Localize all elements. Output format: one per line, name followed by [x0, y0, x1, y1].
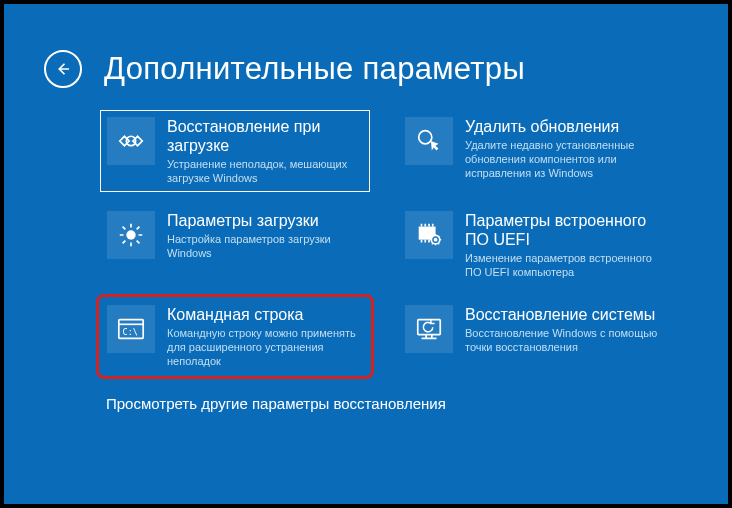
tile-title: Восстановление при загрузке — [167, 117, 363, 155]
tile-uefi-settings[interactable]: Параметры встроенного ПО UEFI Изменение … — [398, 204, 668, 286]
svg-point-1 — [126, 230, 135, 239]
tile-title: Командная строка — [167, 305, 363, 324]
tile-command-prompt[interactable]: C:\ Командная строка Командную строку мо… — [100, 298, 370, 375]
uefi-firmware-icon — [405, 211, 453, 259]
back-button[interactable] — [44, 50, 82, 88]
tile-title: Параметры загрузки — [167, 211, 363, 230]
tile-desc: Настройка параметров загрузки Windows — [167, 232, 363, 260]
uninstall-updates-icon — [405, 117, 453, 165]
tile-desc: Изменение параметров встроенного ПО UEFI… — [465, 251, 661, 279]
tile-desc: Устранение неполадок, мешающих загрузке … — [167, 157, 363, 185]
startup-repair-icon — [107, 117, 155, 165]
startup-settings-icon — [107, 211, 155, 259]
tile-uninstall-updates[interactable]: Удалить обновления Удалите недавно устан… — [398, 110, 668, 192]
tile-title: Удалить обновления — [465, 117, 661, 136]
tile-desc: Удалите недавно установленные обновления… — [465, 138, 661, 180]
command-prompt-icon: C:\ — [107, 305, 155, 353]
tile-desc: Командную строку можно применять для рас… — [167, 326, 363, 368]
arrow-left-icon — [54, 60, 72, 78]
svg-point-0 — [419, 131, 432, 144]
more-options-link[interactable]: Просмотреть другие параметры восстановле… — [4, 375, 728, 412]
tile-title: Параметры встроенного ПО UEFI — [465, 211, 661, 249]
page-title: Дополнительные параметры — [104, 51, 525, 87]
tile-desc: Восстановление Windows с помощью точки в… — [465, 326, 661, 354]
tile-title: Восстановление системы — [465, 305, 661, 324]
system-restore-icon — [405, 305, 453, 353]
svg-text:C:\: C:\ — [123, 327, 138, 337]
tile-system-restore[interactable]: Восстановление системы Восстановление Wi… — [398, 298, 668, 375]
header: Дополнительные параметры — [4, 4, 728, 88]
svg-point-4 — [434, 238, 438, 242]
options-grid: Восстановление при загрузке Устранение н… — [4, 88, 728, 375]
tile-startup-repair[interactable]: Восстановление при загрузке Устранение н… — [100, 110, 370, 192]
tile-startup-settings[interactable]: Параметры загрузки Настройка параметров … — [100, 204, 370, 286]
recovery-screen: Дополнительные параметры Восстановление … — [4, 4, 728, 504]
